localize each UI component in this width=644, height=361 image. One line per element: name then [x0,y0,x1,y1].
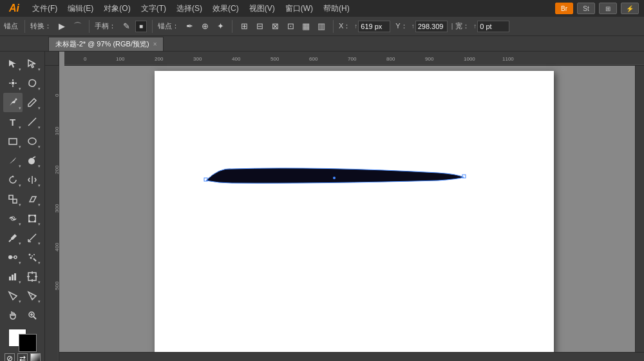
lasso-tool[interactable]: ▾ [23,73,42,93]
svg-rect-33 [14,273,16,280]
tab-title: 未标题-2* @ 97% (RGB/预览) [55,39,149,49]
svg-line-6 [28,118,36,126]
select-tool[interactable]: ▾ [3,54,23,73]
svg-text:1000: 1000 [464,56,475,62]
lightning-button[interactable]: ⚡ [621,3,639,14]
menu-text[interactable]: 文字(T) [136,0,171,17]
align6-icon[interactable]: ▥ [315,20,328,33]
svg-text:0: 0 [54,93,60,97]
scrollbar-right[interactable] [635,66,644,352]
column-graph-tool[interactable]: ▾ [3,267,23,286]
tool-row-3: ▾ ▾ [0,93,44,112]
menu-help[interactable]: 帮助(H) [318,0,355,17]
free-transform-tool[interactable]: ▾ [23,209,42,228]
menu-select[interactable]: 选择(S) [171,0,207,17]
shear-tool[interactable]: ▾ [23,190,42,209]
gradient-box[interactable] [30,353,41,361]
rect-tool[interactable]: ▾ [3,132,23,151]
align4-icon[interactable]: ⊡ [284,20,297,33]
w-input[interactable] [477,21,509,32]
hand-tool[interactable] [3,306,23,325]
transform-label: 转换： [30,21,52,31]
y-label: Y： [395,21,407,31]
symbol-spray-tool[interactable]: ▾ [23,248,42,267]
y-input[interactable] [415,21,448,32]
slice-select-tool[interactable]: ▾ [23,286,42,306]
tool-row-9: ▾ ▾ [0,209,44,228]
ellipse-tool[interactable]: ▾ [23,132,42,151]
color-mode-buttons: ⊘ ⇄ [5,353,41,361]
tab-close-button[interactable]: × [153,41,157,48]
artboard-tool[interactable]: ▾ [23,267,42,286]
svg-text:700: 700 [348,56,357,62]
grid-button[interactable]: ⊞ [599,3,617,14]
text-tool[interactable]: T ▾ [3,112,23,132]
left-toolbar: ▾ ▾ ▾ ▾ ▾ ▾ [0,52,45,361]
main-area: ▾ ▾ ▾ ▾ ▾ ▾ [0,52,644,361]
menu-file[interactable]: 文件(F) [27,0,62,17]
anchor-mark-label: 锚点： [158,21,179,31]
tool-row-5: ▾ ▾ [0,132,44,151]
handle-icon[interactable]: ✎ [120,20,133,33]
magic-wand-tool[interactable]: ▾ [3,73,23,93]
svg-text:300: 300 [193,56,202,62]
pen-icon[interactable]: ✒ [183,20,196,33]
reflect-tool[interactable]: ▾ [23,170,42,190]
ruler-left: 0 100 200 300 400 500 [45,52,59,361]
scale-tool[interactable]: ▾ [3,190,23,209]
measure-tool[interactable]: ▾ [23,228,42,248]
svg-rect-7 [9,139,17,144]
ruler-top: 0 100 200 300 400 500 600 700 800 900 10… [64,52,644,66]
scrollbar-bottom[interactable] [59,352,644,361]
handle-type-btn[interactable]: ■ [135,21,147,32]
menu-view[interactable]: 视图(V) [244,0,280,17]
anchor-label: 锚点 [4,21,18,31]
direct-select-tool[interactable]: ▾ [23,54,42,73]
default-colors-button[interactable]: ⊘ [5,353,15,361]
svg-line-41 [33,317,36,319]
svg-text:400: 400 [54,242,60,251]
align1-icon[interactable]: ⊞ [238,20,251,33]
artboard[interactable] [155,71,554,361]
x-input[interactable] [358,21,390,32]
document-tab[interactable]: 未标题-2* @ 97% (RGB/预览) × [48,37,164,51]
tool-row-14 [0,306,44,325]
st-button[interactable]: St [577,3,595,14]
anchor3-icon[interactable]: ✦ [214,20,227,33]
svg-rect-4 [12,82,14,84]
pen-tool[interactable]: ▾ [3,93,23,112]
svg-rect-32 [12,275,14,280]
eyedropper-tool[interactable]: ▾ [3,228,23,248]
align5-icon[interactable]: ▦ [299,20,312,33]
svg-rect-12 [9,195,13,199]
tool-row-10: ▾ ▾ [0,228,44,248]
menu-effect[interactable]: 效果(C) [207,0,244,17]
curve-icon[interactable]: ⌒ [71,20,84,33]
canvas-area[interactable]: 0 100 200 300 400 500 600 700 800 900 10… [45,52,644,361]
blend-tool[interactable]: ▾ [3,248,23,267]
anchor2-icon[interactable]: ⊕ [198,20,211,33]
tool-row-8: ▾ ▾ [0,190,44,209]
brush-tool[interactable]: ▾ [3,151,23,170]
warp-tool[interactable]: ▾ [3,209,23,228]
br-button[interactable]: Br [555,3,573,14]
svg-point-24 [8,255,12,259]
color-boxes[interactable] [8,329,37,352]
align3-icon[interactable]: ⊠ [269,20,281,33]
menu-edit[interactable]: 编辑(E) [62,0,99,17]
foreground-color-box[interactable] [19,334,37,352]
zoom-tool[interactable] [23,306,42,325]
sep2 [89,20,90,33]
arrow-icon[interactable]: ▶ [55,20,68,33]
align2-icon[interactable]: ⊟ [253,20,266,33]
pencil-tool[interactable]: ▾ [23,93,42,112]
color-area: ⊘ ⇄ [5,329,41,361]
svg-point-25 [14,256,17,259]
line-tool[interactable]: ▾ [23,112,42,132]
menu-object[interactable]: 对象(O) [99,0,135,17]
blob-brush-tool[interactable]: ▾ [23,151,42,170]
swap-colors-button[interactable]: ⇄ [17,353,28,361]
rotate-tool[interactable]: ▾ [3,170,23,190]
menu-window[interactable]: 窗口(W) [280,0,318,17]
slice-tool[interactable]: ▾ [3,286,23,306]
